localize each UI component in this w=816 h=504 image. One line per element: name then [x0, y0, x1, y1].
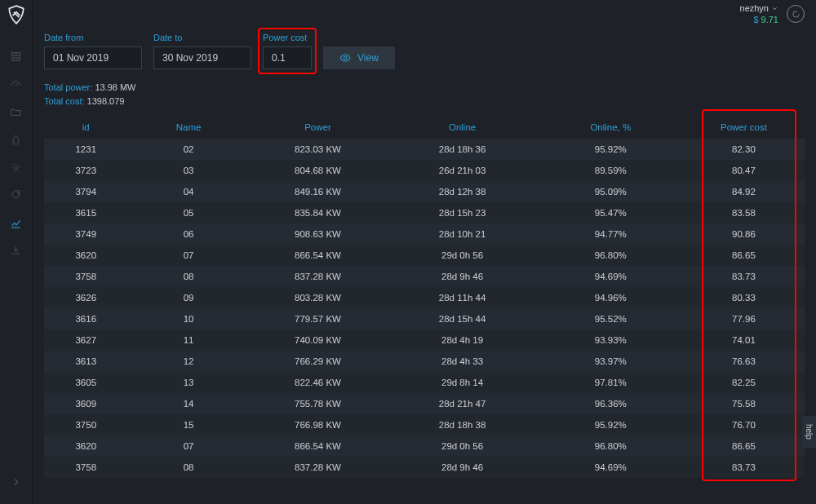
view-button[interactable]: View [323, 46, 395, 69]
table-row[interactable]: 361505835.84 KW28d 15h 2395.47%83.58 [44, 202, 805, 223]
power-cost-field: Power cost [263, 33, 312, 69]
eye-icon [339, 52, 351, 64]
report-table: id Name Power Online Online, % Power cos… [44, 116, 805, 478]
total-cost-value: 1398.079 [87, 96, 125, 106]
table-body: 123102823.03 KW28d 18h 3695.92%82.303723… [44, 139, 805, 478]
date-to-field: Date to [153, 33, 251, 69]
table-row[interactable]: 375808837.28 KW28d 9h 4694.69%83.73 [44, 457, 805, 478]
table-row[interactable]: 362711740.09 KW28d 4h 1993.93%74.01 [44, 329, 805, 351]
header-action-icon[interactable] [787, 5, 805, 23]
sidebar-item-folder[interactable] [0, 98, 33, 126]
sidebar-item-dashboard[interactable] [0, 42, 33, 70]
sidebar-expand[interactable] [0, 470, 33, 494]
svg-rect-2 [12, 57, 16, 60]
table-row[interactable]: 374906908.63 KW28d 10h 2194.77%90.86 [44, 223, 805, 245]
date-from-input[interactable] [44, 46, 142, 69]
content: Date from Date to Power cost View Total … [33, 28, 816, 504]
col-power[interactable]: Power [250, 116, 387, 139]
table-row[interactable]: 362007866.54 KW29d 0h 5696.80%86.65 [44, 245, 805, 266]
user-name-label: nezhyn [740, 3, 769, 13]
table-row[interactable]: 375015766.98 KW28d 18h 3895.92%76.70 [44, 414, 805, 435]
power-cost-label: Power cost [263, 33, 312, 42]
total-cost-label: Total cost: [44, 96, 85, 106]
table-row[interactable]: 375808837.28 KW28d 9h 4694.69%83.73 [44, 266, 805, 287]
table-row[interactable]: 360513822.46 KW29d 8h 1497.81%82.25 [44, 372, 805, 393]
view-button-label: View [357, 52, 379, 64]
table-row[interactable]: 360914755.78 KW28d 21h 4796.36%75.58 [44, 393, 805, 414]
date-from-label: Date from [44, 33, 142, 42]
col-name[interactable]: Name [128, 116, 250, 139]
table-row[interactable]: 362007866.54 KW29d 0h 5696.80%86.65 [44, 435, 805, 457]
col-power-cost[interactable]: Power cost [683, 116, 805, 139]
svg-point-7 [344, 56, 347, 60]
svg-rect-1 [17, 52, 20, 55]
svg-rect-3 [17, 57, 20, 60]
total-power-label: Total power: [44, 82, 92, 92]
svg-rect-0 [12, 52, 16, 55]
user-menu[interactable]: nezhyn $ 9.71 [740, 3, 778, 24]
report-table-wrap: id Name Power Online Online, % Power cos… [44, 116, 805, 478]
svg-point-6 [17, 192, 19, 194]
table-row[interactable]: 361312766.29 KW28d 4h 3393.97%76.63 [44, 351, 805, 372]
sidebar-item-settings[interactable] [0, 153, 33, 181]
header: nezhyn $ 9.71 [33, 0, 816, 28]
date-from-field: Date from [44, 33, 142, 69]
total-power-value: 13.98 MW [95, 82, 135, 92]
date-to-label: Date to [153, 33, 251, 42]
col-id[interactable]: id [44, 116, 128, 139]
svg-point-5 [15, 166, 18, 169]
chevron-down-icon [771, 5, 778, 12]
table-row[interactable]: 362609803.28 KW28d 11h 4494.96%80.33 [44, 287, 805, 308]
help-tab[interactable]: help [802, 416, 816, 448]
col-online[interactable]: Online [386, 116, 538, 139]
sidebar-item-reports[interactable] [0, 209, 33, 237]
user-balance: $ 9.71 [740, 15, 778, 24]
col-online-pct[interactable]: Online, % [539, 116, 683, 139]
sidebar-item-gauge[interactable] [0, 70, 33, 98]
table-row[interactable]: 372303804.68 KW26d 21h 0389.59%80.47 [44, 160, 805, 181]
app-logo [5, 3, 28, 26]
table-row[interactable]: 123102823.03 KW28d 18h 3695.92%82.30 [44, 139, 805, 160]
sidebar-item-download[interactable] [0, 237, 33, 264]
power-cost-input[interactable] [263, 46, 312, 69]
totals: Total power: 13.98 MW Total cost: 1398.0… [44, 81, 805, 108]
date-to-input[interactable] [153, 46, 251, 69]
svg-line-4 [16, 83, 19, 86]
sidebar-item-drop[interactable] [0, 126, 33, 153]
table-row[interactable]: 361610779.57 KW28d 15h 4495.52%77.96 [44, 308, 805, 329]
sidebar [0, 0, 33, 504]
sidebar-item-tag[interactable] [0, 181, 33, 209]
filters-row: Date from Date to Power cost View [44, 33, 805, 69]
table-row[interactable]: 379404849.16 KW28d 12h 3895.09%84.92 [44, 181, 805, 202]
